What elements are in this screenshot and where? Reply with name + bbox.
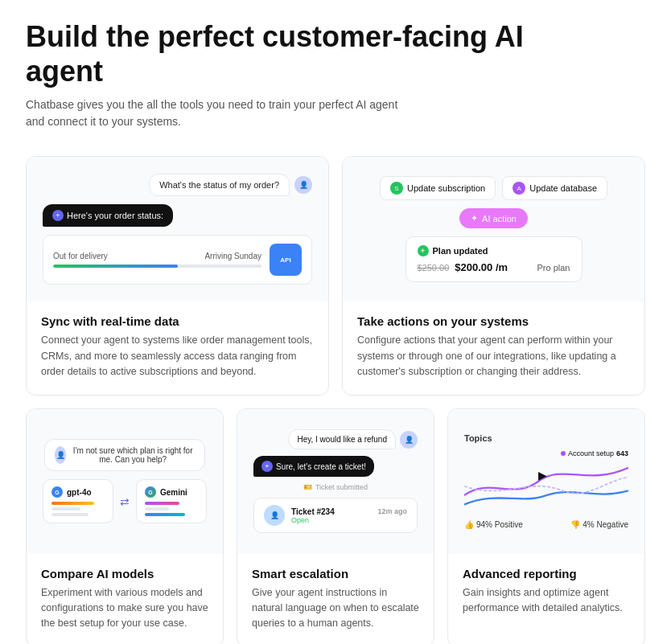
- chart-area: Account setup 643 ▶: [464, 449, 628, 514]
- card-visual-sync: What's the status of my order? 👤 + Here'…: [27, 157, 328, 301]
- ticket-icon: 🎫: [303, 483, 312, 491]
- compare-arrows-icon: ⇄: [120, 495, 130, 508]
- ai-star-icon: ✦: [471, 213, 478, 224]
- card-content-actions: Take actions on your systems Configure a…: [343, 301, 644, 394]
- card-desc-compare: Experiment with various models and confi…: [41, 585, 208, 632]
- model-card-gpt: G gpt-4o: [43, 479, 113, 523]
- user-bubble: What's the status of my order?: [149, 174, 290, 196]
- plan-price-row: $250.00 $200.00 /m Pro plan: [418, 261, 570, 273]
- esc-bot-text: + Sure, let's create a ticket!: [253, 456, 374, 477]
- esc-bot-bubble: + Sure, let's create a ticket!: [253, 456, 418, 477]
- esc-plus-icon: +: [261, 461, 273, 472]
- ticket-time: 12m ago: [377, 507, 407, 516]
- bot-plus-icon: +: [52, 210, 64, 221]
- card-title-reporting: Advanced reporting: [463, 567, 630, 580]
- card-visual-escalation: Hey, I would like a refund 👤 + Sure, let…: [237, 409, 434, 554]
- card-desc-reporting: Gain insights and optimize agent perform…: [463, 585, 630, 617]
- action-btn-subscription: S Update subscription: [380, 176, 496, 200]
- chat-bot-message: + Here's your order status:: [43, 204, 312, 227]
- plan-updated-header: + Plan updated: [418, 245, 570, 256]
- gemini-line-3: [145, 513, 185, 516]
- compare-user-bubble: 👤 I'm not sure which plan is right for m…: [44, 439, 205, 471]
- page-title: Build the perfect customer-facing AI age…: [26, 19, 525, 88]
- compare-separator: ⇄: [120, 479, 130, 523]
- card-smart-escalation: Hey, I would like a refund 👤 + Sure, let…: [237, 408, 434, 645]
- gpt-icon: G: [51, 486, 63, 498]
- escalation-mockup: Hey, I would like a refund 👤 + Sure, let…: [253, 429, 418, 533]
- delivery-from: Out for delivery: [53, 252, 108, 260]
- action-btn-database: A Update database: [502, 176, 607, 200]
- ticket-id-row: Ticket #234 12m ago: [291, 507, 407, 516]
- gemini-line-1: [145, 502, 179, 505]
- model-card-gemini: G Gemini: [136, 479, 207, 523]
- actions-mockup: S Update subscription A Update database …: [359, 176, 628, 282]
- card-visual-compare: 👤 I'm not sure which plan is right for m…: [27, 409, 223, 554]
- gpt-line-3: [51, 513, 89, 516]
- chat-mockup-sync: What's the status of my order? 👤 + Here'…: [43, 174, 312, 285]
- card-take-actions: S Update subscription A Update database …: [342, 156, 645, 395]
- subscription-icon: S: [390, 182, 403, 195]
- card-content-reporting: Advanced reporting Gain insights and opt…: [448, 554, 644, 631]
- account-setup-label: Account setup 643: [561, 449, 628, 457]
- plan-plus-icon: +: [418, 245, 429, 256]
- features-grid-top: What's the status of my order? 👤 + Here'…: [26, 156, 645, 395]
- delivery-progress-bar: [53, 265, 261, 268]
- card-desc-escalation: Give your agent instructions in natural …: [252, 585, 419, 632]
- stat-negative: 👎 4% Negative: [570, 520, 628, 529]
- ticket-id: Ticket #234: [291, 507, 335, 516]
- user-avatar: 👤: [294, 176, 312, 194]
- price-info: $250.00 $200.00 /m: [418, 261, 508, 273]
- card-advanced-reporting: Topics Account setup 643: [447, 408, 645, 645]
- card-content-escalation: Smart escalation Give your agent instruc…: [237, 554, 434, 645]
- models-row: G gpt-4o ⇄ G: [43, 479, 207, 523]
- gpt-line-2: [51, 507, 80, 511]
- delivery-card: Out for delivery Arriving Sunday API: [43, 235, 312, 285]
- old-price: $250.00: [418, 263, 450, 273]
- card-content-compare: Compare AI models Experiment with variou…: [27, 554, 223, 645]
- delivery-to: Arriving Sunday: [204, 252, 261, 260]
- gpt-model-lines: [51, 502, 105, 516]
- ticket-submitted-label: 🎫 Ticket submitted: [253, 483, 418, 491]
- gemini-line-2: [145, 507, 169, 511]
- features-grid-bottom: 👤 I'm not sure which plan is right for m…: [26, 408, 645, 645]
- reporting-mockup: Topics Account setup 643: [464, 433, 628, 529]
- esc-user-avatar: 👤: [400, 431, 418, 449]
- chart-svg: [464, 449, 628, 514]
- ticket-info: Ticket #234 12m ago Open: [291, 507, 407, 524]
- esc-user-text: Hey, I would like a refund: [288, 429, 396, 449]
- card-content-sync: Sync with real-time data Connect your ag…: [27, 301, 328, 394]
- stats-row: 👍 94% Positive 👎 4% Negative: [464, 520, 628, 529]
- gemini-model-lines: [145, 502, 198, 516]
- new-price: $200.00 /m: [455, 261, 508, 273]
- topics-label: Topics: [464, 433, 628, 443]
- gemini-icon: G: [145, 486, 156, 498]
- plan-name: Pro plan: [537, 263, 570, 273]
- card-desc-sync: Connect your agent to systems like order…: [41, 333, 314, 379]
- bot-bubble: + Here's your order status:: [43, 204, 173, 227]
- esc-user-bubble: Hey, I would like a refund 👤: [253, 429, 418, 449]
- chat-user-message: What's the status of my order? 👤: [43, 174, 312, 196]
- page-header: Build the perfect customer-facing AI age…: [26, 19, 645, 130]
- delivery-info: Out for delivery Arriving Sunday: [53, 252, 261, 268]
- action-buttons-row: S Update subscription A Update database: [380, 176, 607, 200]
- card-title-compare: Compare AI models: [41, 567, 208, 580]
- card-desc-actions: Configure actions that your agent can pe…: [357, 333, 630, 379]
- thumb-up-icon: 👍: [464, 520, 474, 529]
- cursor-icon: ▶: [538, 469, 547, 482]
- card-visual-reporting: Topics Account setup 643: [448, 409, 644, 554]
- compare-user-avatar: 👤: [55, 446, 66, 464]
- model-header-gpt: G gpt-4o: [51, 486, 105, 498]
- page-subtitle: Chatbase gives you the all the tools you…: [26, 96, 412, 130]
- card-compare-models: 👤 I'm not sure which plan is right for m…: [26, 408, 224, 645]
- database-icon: A: [513, 182, 525, 195]
- ticket-status: Open: [291, 516, 407, 524]
- delivery-progress-fill: [53, 265, 178, 268]
- dot-purple: [561, 451, 566, 456]
- card-title-sync: Sync with real-time data: [41, 314, 314, 328]
- stat-positive: 👍 94% Positive: [464, 520, 523, 529]
- ticket-avatar: 👤: [264, 505, 285, 526]
- card-visual-actions: S Update subscription A Update database …: [343, 157, 644, 301]
- ticket-card: 👤 Ticket #234 12m ago Open: [253, 498, 418, 533]
- gpt-line-1: [51, 502, 94, 505]
- thumb-down-icon: 👎: [570, 520, 580, 529]
